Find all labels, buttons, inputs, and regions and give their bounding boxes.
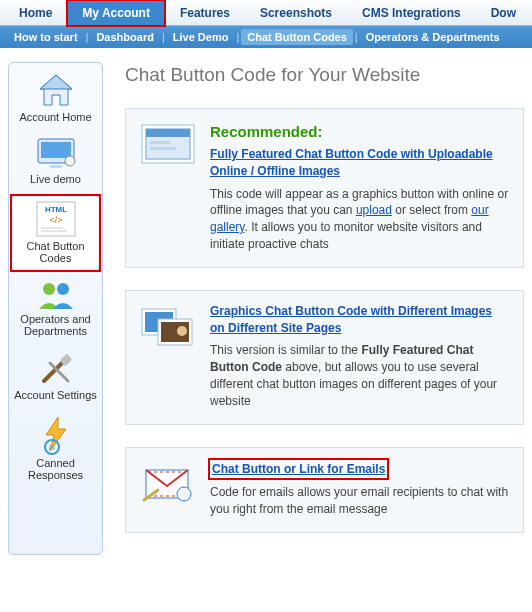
subnav-how-to-start[interactable]: How to start [8, 31, 84, 43]
sub-nav: How to start | Dashboard | Live Demo | C… [0, 26, 532, 48]
card-desc: This code will appear as a graphics butt… [210, 186, 509, 253]
svg-rect-3 [41, 142, 71, 158]
thumb-images-icon [140, 303, 196, 410]
link-fully-featured[interactable]: Fully Featured Chat Button Code with Upl… [210, 147, 493, 178]
tab-home[interactable]: Home [4, 0, 67, 25]
svg-point-32 [177, 487, 191, 501]
card-desc: This version is similar to the Fully Fea… [210, 342, 509, 409]
top-nav: Home My Account Features Screenshots CMS… [0, 0, 532, 26]
svg-rect-4 [50, 165, 62, 168]
sidebar-item-label: Canned Responses [28, 457, 83, 481]
html-code-icon: HTML</> [14, 200, 97, 238]
svg-rect-23 [150, 147, 176, 150]
sidebar-item-operators-departments[interactable]: Operators and Departments [11, 275, 100, 343]
card-graphics-multi: Graphics Chat Button Code with Different… [125, 290, 524, 425]
monitor-icon [13, 137, 98, 171]
lightning-icon: ✉ [13, 415, 98, 455]
sidebar: Account Home Live demo HTML</> Chat Butt… [8, 62, 103, 555]
link-email-chat[interactable]: Chat Button or Link for Emails [212, 462, 385, 476]
tab-cms-integrations[interactable]: CMS Integrations [347, 0, 476, 25]
sidebar-item-label: Chat Button Codes [26, 240, 84, 264]
sidebar-item-account-home[interactable]: Account Home [11, 69, 100, 129]
sidebar-item-label: Account Settings [14, 389, 97, 401]
sidebar-item-label: Account Home [19, 111, 91, 123]
subnav-dashboard[interactable]: Dashboard [90, 31, 159, 43]
main-content: Chat Button Code for Your Website Recomm… [103, 62, 524, 555]
svg-rect-21 [146, 129, 190, 137]
tools-icon [13, 351, 98, 387]
page-title: Chat Button Code for Your Website [125, 64, 524, 86]
people-icon [13, 279, 98, 311]
sidebar-item-label: Live demo [30, 173, 81, 185]
svg-point-11 [43, 283, 55, 295]
svg-text:✉: ✉ [49, 444, 55, 451]
svg-point-5 [65, 156, 75, 166]
sidebar-item-chat-button-codes[interactable]: HTML</> Chat Button Codes [11, 195, 100, 271]
link-upload[interactable]: upload [356, 203, 392, 217]
svg-text:</>: </> [49, 215, 62, 225]
svg-point-28 [177, 326, 187, 336]
card-desc: Code for emails allows your email recipi… [210, 484, 509, 518]
sidebar-item-canned-responses[interactable]: ✉ Canned Responses [11, 411, 100, 487]
thumb-window-icon [140, 121, 196, 253]
link-graphics-multi[interactable]: Graphics Chat Button Code with Different… [210, 304, 492, 335]
home-icon [13, 73, 98, 109]
tab-features[interactable]: Features [165, 0, 245, 25]
svg-text:HTML: HTML [44, 205, 66, 214]
subnav-operators-departments[interactable]: Operators & Departments [360, 31, 506, 43]
svg-rect-22 [150, 141, 170, 144]
svg-marker-1 [40, 75, 72, 89]
svg-line-13 [44, 361, 64, 381]
svg-point-12 [57, 283, 69, 295]
card-email-link: Chat Button or Link for Emails Code for … [125, 447, 524, 533]
tab-screenshots[interactable]: Screenshots [245, 0, 347, 25]
tab-my-account[interactable]: My Account [67, 0, 165, 25]
subnav-live-demo[interactable]: Live Demo [167, 31, 235, 43]
thumb-email-icon [140, 460, 196, 518]
sidebar-item-account-settings[interactable]: Account Settings [11, 347, 100, 407]
recommended-label: Recommended: [210, 121, 509, 142]
sidebar-item-label: Operators and Departments [20, 313, 90, 337]
card-recommended: Recommended: Fully Featured Chat Button … [125, 108, 524, 268]
sidebar-item-live-demo[interactable]: Live demo [11, 133, 100, 191]
tab-downloads-cut[interactable]: Dow [476, 0, 531, 25]
subnav-chat-button-codes[interactable]: Chat Button Codes [241, 29, 353, 45]
